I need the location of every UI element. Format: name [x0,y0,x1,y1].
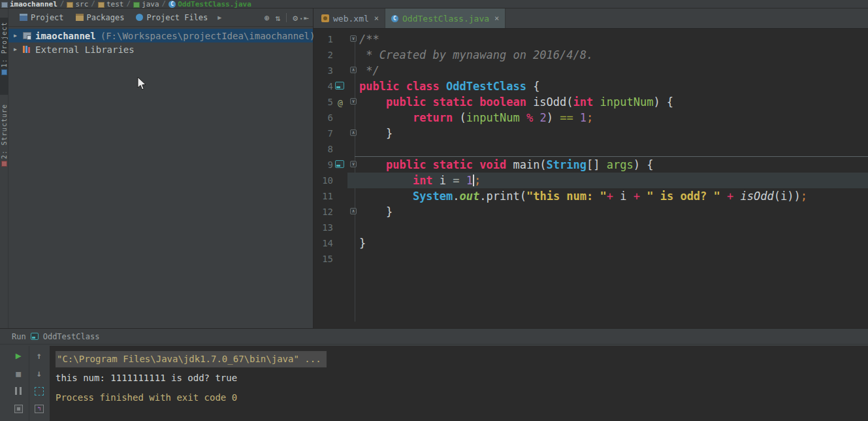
breadcrumb-label: test [106,1,124,8]
code-line-9[interactable]: 9∨ public static void main(String[] args… [313,157,868,173]
line-number: 13 [313,220,333,235]
code-line-1[interactable]: 1∨/** [313,31,868,47]
tab-packages-label: Packages [87,13,125,22]
line-number: 5 [313,94,333,110]
code-text: } [359,235,868,251]
close-tab-icon[interactable]: × [494,14,499,23]
line-number: 7 [313,126,333,141]
fold-up-icon[interactable]: ∧ [350,208,357,214]
expand-arrow-icon[interactable]: ▶ [14,46,23,52]
expand-arrow-icon[interactable]: ▶ [14,33,23,39]
code-editor[interactable]: 1∨/**2 * Created by mynawang on 2016/4/8… [313,29,868,328]
folder-icon [98,2,104,8]
fold-down-icon[interactable]: ∨ [350,161,357,167]
code-text: /** [359,31,868,47]
toolwindow-project-label: 1: Project [1,22,8,67]
console-line: Process finished with exit code 0 [50,390,868,410]
tree-row-external-libraries[interactable]: ▶ External Libraries [8,42,313,56]
more-views-chevron-icon[interactable]: ▶ [217,14,221,21]
line-number: 15 [313,251,333,267]
code-line-6[interactable]: 6 return (inputNum % 2) == 1; [313,110,868,126]
dump-threads-button[interactable] [12,403,24,414]
code-line-13[interactable]: 13 [313,220,868,235]
run-toolbar: ▶ ■ ↑ ↓ ↰ [8,346,49,421]
toolwindow-button-structure[interactable]: 2: Structure [0,100,8,182]
breadcrumb-item-oddtestclass-java[interactable]: OddTestClass.java [169,0,251,8]
rerun-button[interactable]: ▶ [12,350,24,362]
code-line-7[interactable]: 7∧ } [313,126,868,141]
locate-file-icon[interactable]: ⊕ [265,13,270,23]
breadcrumb-separator: / [91,0,95,8]
collapse-all-icon[interactable]: ⇅ [276,13,281,23]
gear-icon[interactable]: ⚙ [293,13,298,23]
code-line-11[interactable]: 11 System.out.print("this num: "+ i + " … [313,188,868,204]
xml-file-icon [321,14,329,22]
run-config-name[interactable]: OddTestClass [43,332,100,341]
code-text: * Created by mynawang on 2016/4/8. [359,47,868,63]
breadcrumb-item-imaochannel[interactable]: imaochannel [1,0,57,8]
run-title: Run [12,332,26,341]
code-line-12[interactable]: 12∧ } [313,204,868,220]
pause-output-button[interactable] [12,385,24,397]
code-line-4[interactable]: 4public class OddTestClass { [313,78,868,94]
code-line-14[interactable]: 14} [313,235,868,251]
gutter-class-marker-icon[interactable] [335,160,344,168]
breadcrumb-label: imaochannel [10,1,57,8]
toolbar-divider [286,13,287,22]
code-line-15[interactable]: 15 [313,251,868,267]
editor-tab-web-xml[interactable]: web.xml × [315,8,385,28]
run-config-icon [31,333,39,340]
console-settings-button[interactable] [33,385,45,397]
restore-layout-button[interactable]: ↰ [33,403,45,414]
line-number: 1 [313,31,333,47]
breadcrumb-label: OddTestClass.java [178,1,251,8]
tree-project-name: imaochannel [35,31,96,41]
breadcrumb-separator: / [60,0,65,8]
project-panel: Project Packages Project Files ▶ ⊕ ⇅ ⚙ ⇤… [8,8,313,328]
gutter-class-marker-icon[interactable] [335,82,344,90]
code-text: public static boolean isOdd(int inputNum… [359,94,868,110]
tab-project-files[interactable]: Project Files [130,10,214,25]
breadcrumb: imaochannel/src/test/java/OddTestClass.j… [0,0,868,8]
tree-libs-name: External Libraries [35,44,135,55]
hide-panel-icon[interactable]: ⇤ [304,13,309,23]
breadcrumb-item-test[interactable]: test [98,0,124,8]
code-line-2[interactable]: 2 * Created by mynawang on 2016/4/8. [313,47,868,63]
fold-down-icon[interactable]: ∨ [350,35,357,42]
code-line-5[interactable]: 5@∨ public static boolean isOdd(int inpu… [313,94,868,110]
run-header: Run OddTestClass [0,329,868,345]
down-stack-trace-button[interactable]: ↓ [33,367,45,379]
toolwindow-button-project[interactable]: 1: Project [0,18,8,95]
stop-button[interactable]: ■ [12,367,24,379]
fold-up-icon[interactable]: ∧ [350,67,357,73]
code-line-8[interactable]: 8 [313,141,868,157]
gutter-annotation-icon: @ [338,98,343,108]
code-line-10[interactable]: 10 int i = 1; [313,173,868,188]
up-stack-trace-button[interactable]: ↑ [33,350,45,362]
tab-project-label: Project [31,13,64,22]
class-icon [169,1,176,8]
code-text [359,220,868,235]
fold-down-icon[interactable]: ∨ [350,98,357,105]
line-number: 12 [313,204,333,220]
tab-packages[interactable]: Packages [70,10,131,25]
close-tab-icon[interactable]: × [374,14,379,23]
editor-tab-oddtestclass[interactable]: OddTestClass.java × [385,8,506,28]
breadcrumb-separator: / [162,0,167,8]
breadcrumb-item-src[interactable]: src [67,0,88,8]
code-text: } [359,204,868,220]
tab-project[interactable]: Project [14,10,70,25]
line-number: 6 [313,110,333,126]
tree-row-imaochannel[interactable]: ▶ imaochannel (F:\Workspaces\projectIdea… [8,29,313,42]
code-line-3[interactable]: 3∧ */ [313,63,868,78]
structure-toolwindow-icon [1,161,7,167]
run-console[interactable]: "C:\Program Files\Java\jdk1.7.0_67\bin\j… [50,346,868,421]
breadcrumb-item-java[interactable]: java [133,0,159,8]
code-text [359,251,868,267]
fold-up-icon[interactable]: ∧ [350,129,357,136]
line-number: 9 [313,157,333,173]
project-icon [1,2,8,8]
line-number: 2 [313,47,333,63]
line-number: 10 [313,173,333,188]
code-text: public static void main(String[] args) { [359,157,868,173]
